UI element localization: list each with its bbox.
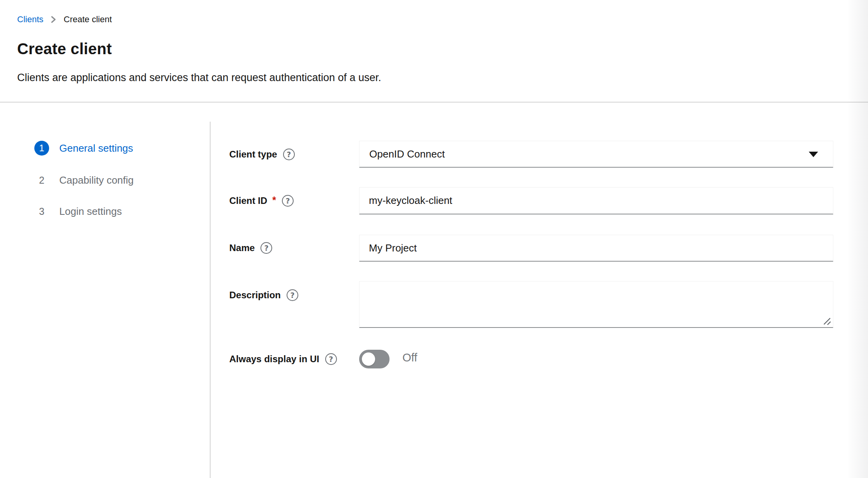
breadcrumb-link-clients[interactable]: Clients: [17, 14, 43, 25]
help-icon[interactable]: ?: [287, 289, 298, 301]
client-type-label-text: Client type: [229, 149, 277, 160]
client-id-input[interactable]: [359, 187, 833, 214]
description-textarea[interactable]: [360, 281, 833, 327]
help-icon[interactable]: ?: [283, 149, 295, 160]
always-display-label: Always display in UI ?: [229, 353, 337, 365]
toggle-state-label: Off: [402, 351, 417, 364]
description-field-frame: [359, 281, 833, 328]
client-id-label: Client ID * ?: [229, 195, 294, 207]
toggle-knob: [362, 352, 375, 366]
page-title: Create client: [17, 40, 112, 58]
required-asterisk: *: [272, 195, 276, 206]
name-input[interactable]: [359, 235, 833, 262]
step-label: Capability config: [59, 174, 134, 186]
wizard-content-divider: [210, 122, 211, 478]
help-icon[interactable]: ?: [260, 242, 272, 254]
client-id-label-text: Client ID: [229, 195, 267, 206]
caret-down-icon: [809, 152, 818, 157]
step-number: 2: [34, 173, 49, 188]
always-display-label-text: Always display in UI: [229, 354, 319, 365]
client-type-select[interactable]: OpenID Connect: [359, 141, 833, 168]
help-icon[interactable]: ?: [282, 195, 294, 207]
wizard-step-capability-config[interactable]: 2 Capability config: [34, 173, 134, 188]
step-number: 3: [34, 204, 49, 219]
client-type-selected-value: OpenID Connect: [369, 148, 445, 160]
breadcrumb-current: Create client: [64, 14, 112, 25]
client-type-label: Client type ?: [229, 148, 295, 161]
description-label: Description ?: [229, 289, 298, 301]
step-number-badge: 1: [34, 141, 49, 156]
always-display-toggle[interactable]: [359, 350, 390, 368]
step-label: Login settings: [59, 205, 122, 218]
help-icon[interactable]: ?: [325, 353, 337, 365]
name-label: Name ?: [229, 242, 272, 254]
header-divider: [0, 102, 868, 103]
page-subtitle: Clients are applications and services th…: [17, 72, 381, 84]
name-label-text: Name: [229, 243, 255, 253]
description-label-text: Description: [229, 290, 281, 301]
wizard-step-general-settings[interactable]: 1 General settings: [34, 141, 133, 156]
resize-handle-icon[interactable]: [822, 316, 832, 326]
chevron-right-icon: [51, 15, 56, 24]
page-edge-shadow: [847, 0, 868, 478]
step-label: General settings: [59, 142, 133, 154]
wizard-step-login-settings[interactable]: 3 Login settings: [34, 204, 122, 219]
breadcrumb: Clients Create client: [17, 13, 112, 26]
